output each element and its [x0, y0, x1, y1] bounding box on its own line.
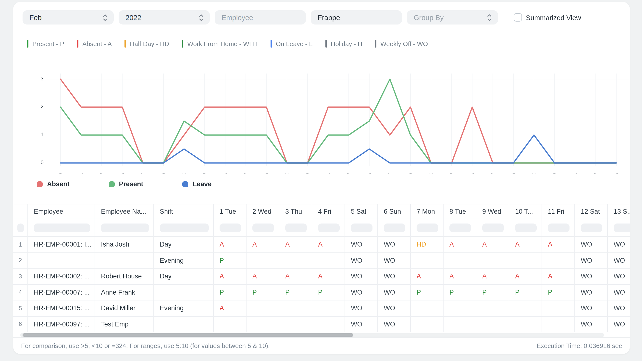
- cell[interactable]: WO: [345, 268, 378, 284]
- cell[interactable]: A: [411, 268, 444, 284]
- cell[interactable]: [509, 253, 542, 268]
- cell[interactable]: WO: [345, 300, 378, 316]
- header-cell[interactable]: Shift: [154, 204, 214, 219]
- filter-input[interactable]: [581, 223, 602, 232]
- cell[interactable]: David Miller: [95, 300, 154, 316]
- filter-input[interactable]: [252, 223, 274, 232]
- cell[interactable]: Evening: [154, 253, 214, 268]
- cell[interactable]: WO: [345, 284, 378, 300]
- header-cell[interactable]: Employee: [28, 204, 95, 219]
- cell[interactable]: WO: [608, 237, 630, 253]
- row-number[interactable]: 6: [13, 316, 28, 332]
- cell[interactable]: Day: [154, 268, 214, 284]
- cell[interactable]: [476, 316, 509, 332]
- filter-input[interactable]: [482, 223, 504, 232]
- cell[interactable]: WO: [575, 237, 608, 253]
- cell[interactable]: [312, 316, 345, 332]
- cell[interactable]: P: [214, 284, 246, 300]
- cell[interactable]: WO: [575, 316, 608, 332]
- row-number[interactable]: 2: [13, 253, 28, 268]
- cell[interactable]: A: [476, 237, 509, 253]
- cell[interactable]: [279, 300, 312, 316]
- cell[interactable]: HD: [411, 237, 444, 253]
- cell[interactable]: [154, 284, 214, 300]
- cell[interactable]: A: [509, 268, 542, 284]
- filter-input[interactable]: [34, 223, 90, 232]
- cell[interactable]: WO: [345, 253, 378, 268]
- header-cell[interactable]: 12 Sat: [575, 204, 608, 219]
- filter-input[interactable]: [351, 223, 372, 232]
- filter-input[interactable]: [614, 223, 630, 232]
- cell[interactable]: A: [542, 237, 575, 253]
- cell[interactable]: A: [312, 268, 345, 284]
- cell[interactable]: P: [411, 284, 444, 300]
- header-cell[interactable]: 6 Sun: [378, 204, 411, 219]
- cell[interactable]: A: [312, 237, 345, 253]
- cell[interactable]: HR-EMP-00097: ...: [28, 316, 95, 332]
- cell[interactable]: WO: [608, 284, 630, 300]
- cell[interactable]: P: [542, 284, 575, 300]
- cell[interactable]: A: [214, 268, 246, 284]
- filter-input[interactable]: [416, 223, 438, 232]
- filter-input[interactable]: [384, 223, 405, 232]
- cell[interactable]: A: [476, 268, 509, 284]
- group-by-select[interactable]: Group By: [407, 10, 498, 24]
- cell[interactable]: WO: [378, 284, 411, 300]
- cell[interactable]: WO: [378, 316, 411, 332]
- month-select[interactable]: Feb: [22, 10, 114, 24]
- header-cell[interactable]: 9 Wed: [476, 204, 509, 219]
- cell[interactable]: A: [214, 237, 246, 253]
- cell[interactable]: [444, 316, 476, 332]
- cell[interactable]: Evening: [154, 300, 214, 316]
- cell[interactable]: [312, 253, 345, 268]
- horizontal-scrollbar[interactable]: [20, 333, 604, 337]
- cell[interactable]: [476, 253, 509, 268]
- cell[interactable]: P: [509, 284, 542, 300]
- cell[interactable]: WO: [378, 237, 411, 253]
- cell[interactable]: A: [444, 268, 476, 284]
- cell[interactable]: WO: [378, 300, 411, 316]
- filter-input[interactable]: [101, 223, 149, 232]
- cell[interactable]: [411, 300, 444, 316]
- cell[interactable]: P: [444, 284, 476, 300]
- cell[interactable]: [246, 253, 279, 268]
- cell[interactable]: WO: [575, 253, 608, 268]
- cell[interactable]: [411, 253, 444, 268]
- filter-input[interactable]: [450, 223, 471, 232]
- header-cell[interactable]: 13 S...: [608, 204, 630, 219]
- cell[interactable]: A: [214, 300, 246, 316]
- cell[interactable]: [542, 300, 575, 316]
- cell[interactable]: A: [444, 237, 476, 253]
- row-number[interactable]: 3: [13, 268, 28, 284]
- cell[interactable]: [509, 316, 542, 332]
- filter-input[interactable]: [515, 223, 537, 232]
- header-cell[interactable]: 5 Sat: [345, 204, 378, 219]
- header-cell[interactable]: [13, 204, 28, 219]
- cell[interactable]: HR-EMP-00002: ...: [28, 268, 95, 284]
- filter-input[interactable]: [318, 223, 340, 232]
- cell[interactable]: [279, 253, 312, 268]
- cell[interactable]: A: [246, 237, 279, 253]
- cell[interactable]: [246, 300, 279, 316]
- row-number[interactable]: 1: [13, 237, 28, 253]
- filter-input[interactable]: [17, 223, 24, 232]
- summarized-view-checkbox[interactable]: [514, 13, 522, 22]
- header-cell[interactable]: 7 Mon: [411, 204, 444, 219]
- company-input[interactable]: Frappe: [311, 10, 402, 24]
- cell[interactable]: [214, 316, 246, 332]
- cell[interactable]: [542, 316, 575, 332]
- cell[interactable]: HR-EMP-00001: I...: [28, 237, 95, 253]
- cell[interactable]: Day: [154, 237, 214, 253]
- cell[interactable]: [444, 253, 476, 268]
- header-cell[interactable]: Employee Na...: [95, 204, 154, 219]
- row-number[interactable]: 4: [13, 284, 28, 300]
- cell[interactable]: WO: [575, 268, 608, 284]
- cell[interactable]: WO: [608, 316, 630, 332]
- cell[interactable]: A: [246, 268, 279, 284]
- cell[interactable]: Anne Frank: [95, 284, 154, 300]
- header-cell[interactable]: 4 Fri: [312, 204, 345, 219]
- row-number[interactable]: 5: [13, 300, 28, 316]
- filter-input[interactable]: [285, 223, 307, 232]
- cell[interactable]: [542, 253, 575, 268]
- cell[interactable]: A: [509, 237, 542, 253]
